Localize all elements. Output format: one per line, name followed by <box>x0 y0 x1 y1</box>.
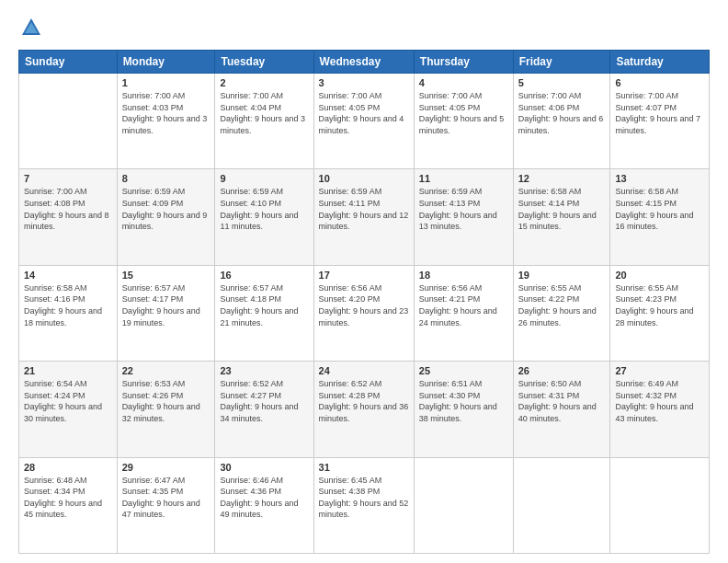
calendar-cell <box>610 457 710 553</box>
day-number: 4 <box>419 77 508 88</box>
day-number: 8 <box>122 173 210 184</box>
calendar-cell: 9Sunrise: 6:59 AMSunset: 4:10 PMDaylight… <box>215 169 313 265</box>
calendar-cell: 28Sunrise: 6:48 AMSunset: 4:34 PMDayligh… <box>19 457 118 553</box>
cell-content: Sunrise: 6:58 AMSunset: 4:15 PMDaylight:… <box>615 186 704 232</box>
weekday-header-saturday: Saturday <box>610 51 710 74</box>
calendar-week-row: 7Sunrise: 7:00 AMSunset: 4:08 PMDaylight… <box>19 169 710 265</box>
day-number: 6 <box>615 77 704 88</box>
cell-content: Sunrise: 6:58 AMSunset: 4:16 PMDaylight:… <box>24 282 112 328</box>
weekday-header-wednesday: Wednesday <box>313 51 414 74</box>
calendar-cell: 15Sunrise: 6:57 AMSunset: 4:17 PMDayligh… <box>117 265 215 361</box>
cell-content: Sunrise: 7:00 AMSunset: 4:05 PMDaylight:… <box>319 90 409 136</box>
cell-content: Sunrise: 6:57 AMSunset: 4:18 PMDaylight:… <box>220 282 308 328</box>
cell-content: Sunrise: 7:00 AMSunset: 4:05 PMDaylight:… <box>419 90 508 136</box>
calendar-cell: 2Sunrise: 7:00 AMSunset: 4:04 PMDaylight… <box>215 74 313 169</box>
day-number: 2 <box>220 77 308 88</box>
cell-content: Sunrise: 6:51 AMSunset: 4:30 PMDaylight:… <box>419 378 508 424</box>
calendar-cell: 13Sunrise: 6:58 AMSunset: 4:15 PMDayligh… <box>610 169 710 265</box>
cell-content: Sunrise: 6:59 AMSunset: 4:09 PMDaylight:… <box>122 186 210 232</box>
logo <box>18 15 50 40</box>
weekday-header-monday: Monday <box>117 51 215 74</box>
day-number: 23 <box>220 365 308 376</box>
calendar-cell: 20Sunrise: 6:55 AMSunset: 4:23 PMDayligh… <box>610 265 710 361</box>
day-number: 29 <box>122 462 210 473</box>
day-number: 3 <box>319 77 409 88</box>
calendar-cell: 27Sunrise: 6:49 AMSunset: 4:32 PMDayligh… <box>610 362 710 457</box>
weekday-header-thursday: Thursday <box>414 51 513 74</box>
calendar-cell: 19Sunrise: 6:55 AMSunset: 4:22 PMDayligh… <box>513 265 610 361</box>
cell-content: Sunrise: 6:52 AMSunset: 4:28 PMDaylight:… <box>319 378 409 424</box>
day-number: 16 <box>220 270 308 281</box>
weekday-header-tuesday: Tuesday <box>215 51 313 74</box>
cell-content: Sunrise: 7:00 AMSunset: 4:04 PMDaylight:… <box>220 90 308 136</box>
calendar-cell: 21Sunrise: 6:54 AMSunset: 4:24 PMDayligh… <box>19 362 118 457</box>
cell-content: Sunrise: 6:49 AMSunset: 4:32 PMDaylight:… <box>615 378 704 424</box>
cell-content: Sunrise: 6:47 AMSunset: 4:35 PMDaylight:… <box>122 475 210 521</box>
day-number: 22 <box>122 365 210 376</box>
calendar-cell: 26Sunrise: 6:50 AMSunset: 4:31 PMDayligh… <box>513 362 610 457</box>
page: SundayMondayTuesdayWednesdayThursdayFrid… <box>0 0 728 563</box>
calendar-cell: 12Sunrise: 6:58 AMSunset: 4:14 PMDayligh… <box>513 169 610 265</box>
day-number: 14 <box>24 270 112 281</box>
day-number: 11 <box>419 173 508 184</box>
weekday-header-sunday: Sunday <box>19 51 118 74</box>
calendar-cell: 16Sunrise: 6:57 AMSunset: 4:18 PMDayligh… <box>215 265 313 361</box>
day-number: 7 <box>24 173 112 184</box>
cell-content: Sunrise: 7:00 AMSunset: 4:06 PMDaylight:… <box>518 90 606 136</box>
day-number: 13 <box>615 173 704 184</box>
calendar-cell: 18Sunrise: 6:56 AMSunset: 4:21 PMDayligh… <box>414 265 513 361</box>
day-number: 24 <box>319 365 409 376</box>
cell-content: Sunrise: 6:59 AMSunset: 4:11 PMDaylight:… <box>319 186 409 232</box>
cell-content: Sunrise: 6:57 AMSunset: 4:17 PMDaylight:… <box>122 282 210 328</box>
day-number: 26 <box>518 365 606 376</box>
cell-content: Sunrise: 6:52 AMSunset: 4:27 PMDaylight:… <box>220 378 308 424</box>
day-number: 19 <box>518 270 606 281</box>
calendar-cell: 6Sunrise: 7:00 AMSunset: 4:07 PMDaylight… <box>610 74 710 169</box>
calendar-cell <box>513 457 610 553</box>
day-number: 28 <box>24 462 112 473</box>
cell-content: Sunrise: 6:50 AMSunset: 4:31 PMDaylight:… <box>518 378 606 424</box>
cell-content: Sunrise: 6:56 AMSunset: 4:20 PMDaylight:… <box>319 282 409 328</box>
day-number: 5 <box>518 77 606 88</box>
calendar-cell: 5Sunrise: 7:00 AMSunset: 4:06 PMDaylight… <box>513 74 610 169</box>
cell-content: Sunrise: 6:48 AMSunset: 4:34 PMDaylight:… <box>24 475 112 521</box>
cell-content: Sunrise: 6:59 AMSunset: 4:13 PMDaylight:… <box>419 186 508 232</box>
day-number: 30 <box>220 462 308 473</box>
calendar-cell: 24Sunrise: 6:52 AMSunset: 4:28 PMDayligh… <box>313 362 414 457</box>
calendar-table: SundayMondayTuesdayWednesdayThursdayFrid… <box>18 50 710 554</box>
cell-content: Sunrise: 6:45 AMSunset: 4:38 PMDaylight:… <box>319 475 409 521</box>
calendar-cell: 25Sunrise: 6:51 AMSunset: 4:30 PMDayligh… <box>414 362 513 457</box>
cell-content: Sunrise: 6:55 AMSunset: 4:22 PMDaylight:… <box>518 282 606 328</box>
cell-content: Sunrise: 7:00 AMSunset: 4:07 PMDaylight:… <box>615 90 704 136</box>
calendar-header-row: SundayMondayTuesdayWednesdayThursdayFrid… <box>19 51 710 74</box>
cell-content: Sunrise: 6:58 AMSunset: 4:14 PMDaylight:… <box>518 186 606 232</box>
calendar-cell: 30Sunrise: 6:46 AMSunset: 4:36 PMDayligh… <box>215 457 313 553</box>
calendar-cell: 23Sunrise: 6:52 AMSunset: 4:27 PMDayligh… <box>215 362 313 457</box>
cell-content: Sunrise: 6:55 AMSunset: 4:23 PMDaylight:… <box>615 282 704 328</box>
day-number: 31 <box>319 462 409 473</box>
calendar-cell: 3Sunrise: 7:00 AMSunset: 4:05 PMDaylight… <box>313 74 414 169</box>
day-number: 21 <box>24 365 112 376</box>
day-number: 9 <box>220 173 308 184</box>
header <box>18 15 710 40</box>
calendar-cell: 1Sunrise: 7:00 AMSunset: 4:03 PMDaylight… <box>117 74 215 169</box>
calendar-cell: 14Sunrise: 6:58 AMSunset: 4:16 PMDayligh… <box>19 265 118 361</box>
weekday-header-friday: Friday <box>513 51 610 74</box>
cell-content: Sunrise: 7:00 AMSunset: 4:03 PMDaylight:… <box>122 90 210 136</box>
day-number: 18 <box>419 270 508 281</box>
cell-content: Sunrise: 6:53 AMSunset: 4:26 PMDaylight:… <box>122 378 210 424</box>
calendar-cell: 17Sunrise: 6:56 AMSunset: 4:20 PMDayligh… <box>313 265 414 361</box>
cell-content: Sunrise: 6:56 AMSunset: 4:21 PMDaylight:… <box>419 282 508 328</box>
calendar-cell: 11Sunrise: 6:59 AMSunset: 4:13 PMDayligh… <box>414 169 513 265</box>
calendar-cell: 4Sunrise: 7:00 AMSunset: 4:05 PMDaylight… <box>414 74 513 169</box>
day-number: 27 <box>615 365 704 376</box>
day-number: 20 <box>615 270 704 281</box>
calendar-week-row: 1Sunrise: 7:00 AMSunset: 4:03 PMDaylight… <box>19 74 710 169</box>
day-number: 10 <box>319 173 409 184</box>
calendar-cell: 31Sunrise: 6:45 AMSunset: 4:38 PMDayligh… <box>313 457 414 553</box>
day-number: 25 <box>419 365 508 376</box>
cell-content: Sunrise: 7:00 AMSunset: 4:08 PMDaylight:… <box>24 186 112 232</box>
cell-content: Sunrise: 6:46 AMSunset: 4:36 PMDaylight:… <box>220 475 308 521</box>
calendar-cell: 29Sunrise: 6:47 AMSunset: 4:35 PMDayligh… <box>117 457 215 553</box>
calendar-cell <box>414 457 513 553</box>
